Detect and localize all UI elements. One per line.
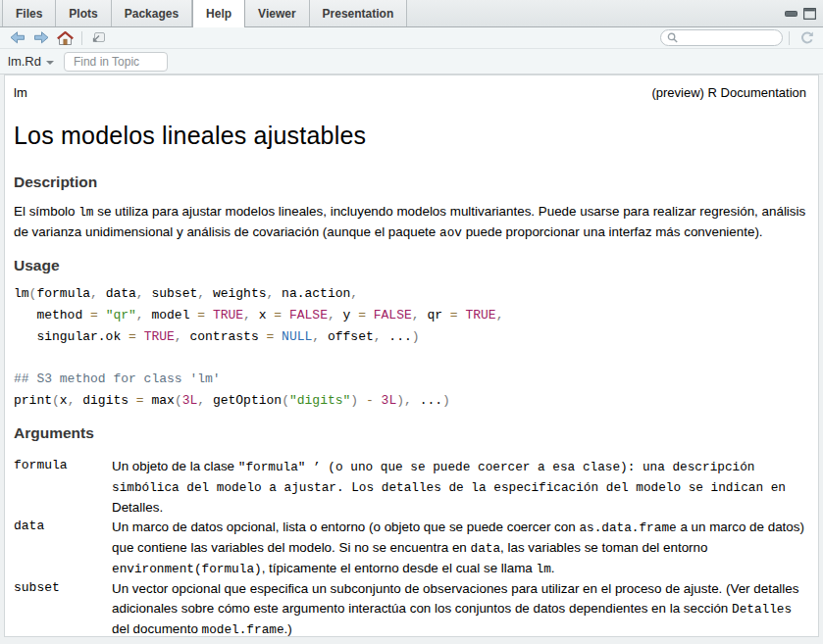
help-content-pane: lm (preview) R Documentation Los modelos… (4, 74, 819, 637)
tab-files[interactable]: Files (2, 0, 56, 26)
maximize-pane-button[interactable] (803, 8, 816, 20)
toolbar-separator-2 (789, 31, 790, 45)
argument-row-data: data Un marco de datos opcional, lista o… (14, 518, 806, 579)
toolbar-separator (81, 31, 82, 45)
maximize-icon (803, 8, 816, 20)
search-icon (667, 31, 678, 44)
minimize-pane-button[interactable] (785, 8, 797, 20)
arguments-table: formula Un objeto de la clase "formula" … (14, 457, 806, 637)
argument-term: subset (14, 579, 112, 637)
show-in-new-window-button[interactable] (86, 27, 110, 48)
back-button[interactable] (6, 27, 29, 48)
argument-row-formula: formula Un objeto de la clase "formula" … (14, 457, 806, 518)
tab-files-label: Files (16, 7, 42, 21)
home-button[interactable] (53, 27, 77, 48)
minimize-icon (785, 8, 797, 20)
tab-presentation-label: Presentation (323, 7, 394, 21)
doc-type-label: (preview) R Documentation (651, 85, 806, 100)
doc-header: lm (preview) R Documentation (14, 85, 806, 100)
argument-description: Un objeto de la clase "formula" ’ (o uno… (112, 457, 806, 518)
argument-row-subset: subset Un vector opcional que especifica… (14, 579, 806, 637)
topic-bar: lm.Rd (0, 49, 823, 74)
search-area (660, 29, 817, 46)
page-title: Los modelos lineales ajustables (14, 122, 806, 150)
popout-icon (90, 31, 106, 44)
section-heading-arguments: Arguments (14, 424, 806, 442)
topic-file-dropdown[interactable]: lm.Rd (8, 54, 54, 69)
back-arrow-icon (10, 31, 26, 44)
usage-code-block-1: lm(formula, data, subset, weights, na.ac… (14, 283, 806, 348)
search-input[interactable] (682, 32, 776, 44)
section-heading-usage: Usage (14, 257, 806, 274)
find-in-topic-input[interactable] (64, 52, 168, 72)
chevron-down-icon (46, 61, 54, 65)
tab-help[interactable]: Help (192, 0, 245, 27)
tab-plots[interactable]: Plots (56, 0, 111, 26)
home-icon (57, 31, 74, 45)
argument-description: Un marco de datos opcional, lista o ento… (112, 518, 806, 579)
tab-plots-label: Plots (69, 7, 97, 21)
tab-presentation[interactable]: Presentation (310, 0, 408, 26)
section-heading-description: Description (14, 173, 806, 191)
refresh-button[interactable] (796, 30, 817, 46)
tab-packages-label: Packages (125, 7, 179, 21)
window-controls (785, 0, 823, 26)
refresh-icon (799, 30, 815, 46)
argument-description: Un vector opcional que especifica un sub… (112, 579, 806, 637)
argument-term: formula (14, 457, 112, 518)
help-search-box[interactable] (660, 29, 783, 46)
forward-arrow-icon (33, 31, 49, 44)
tab-help-label: Help (206, 7, 231, 21)
pane-tab-bar: Files Plots Packages Help Viewer Present… (0, 0, 823, 27)
description-paragraph: El símbolo lm se utiliza para ajustar mo… (14, 202, 806, 243)
tab-packages[interactable]: Packages (112, 0, 192, 26)
argument-term: data (14, 518, 112, 579)
forward-button[interactable] (29, 27, 53, 48)
tab-viewer[interactable]: Viewer (245, 0, 309, 26)
usage-code-block-2: ## S3 method for class 'lm' print(x, dig… (14, 369, 806, 412)
topic-file-label: lm.Rd (8, 54, 41, 69)
doc-page-id: lm (14, 85, 27, 100)
tab-viewer-label: Viewer (258, 7, 295, 21)
help-toolbar (0, 27, 823, 49)
